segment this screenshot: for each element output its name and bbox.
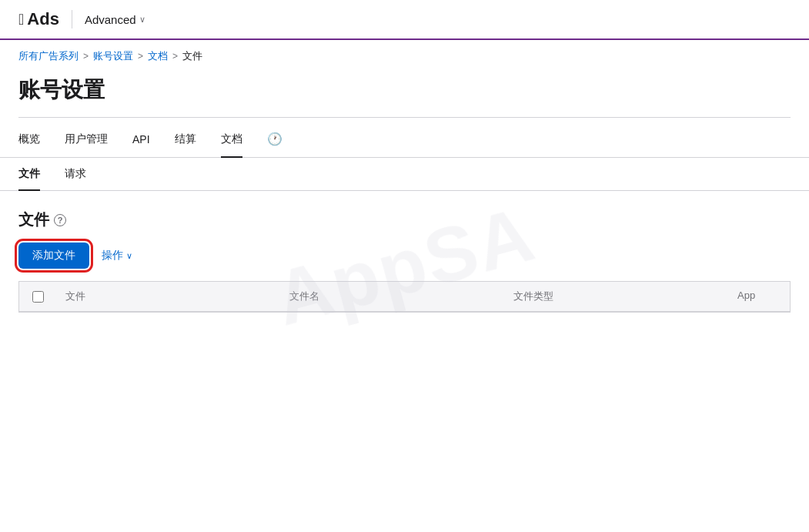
help-icon[interactable]: ? [54, 214, 66, 226]
clock-icon: 🕐 [267, 132, 282, 146]
actions-chevron-icon: ∨ [126, 251, 132, 261]
tab-overview[interactable]: 概览 [18, 122, 40, 157]
section-title: 文件 [18, 209, 49, 230]
title-divider [18, 117, 791, 118]
table-header-file: 文件 [56, 282, 280, 311]
breadcrumb-item-account-settings[interactable]: 账号设置 [93, 49, 133, 63]
table-header-checkbox [19, 282, 56, 311]
nav-divider [72, 10, 72, 28]
table-header-filetype: 文件类型 [504, 282, 728, 311]
files-table: 文件 文件名 文件类型 App [18, 281, 791, 313]
main-tabs: 概览 用户管理 API 结算 文档 🕐 [0, 121, 809, 158]
advanced-dropdown-button[interactable]: Advanced ∨ [85, 13, 145, 26]
breadcrumb-item-documents[interactable]: 文档 [148, 49, 168, 63]
toolbar: 添加文件 操作 ∨ [18, 243, 791, 269]
breadcrumb-separator: > [83, 51, 89, 62]
breadcrumb-item-campaigns[interactable]: 所有广告系列 [18, 49, 79, 63]
add-file-button[interactable]: 添加文件 [18, 243, 89, 269]
chevron-down-icon: ∨ [139, 15, 145, 25]
advanced-label: Advanced [85, 13, 136, 26]
tab-documents[interactable]: 文档 [221, 122, 242, 157]
table-header-app: App [728, 282, 790, 311]
tab-files[interactable]: 文件 [18, 158, 40, 190]
apple-logo-icon:  [18, 11, 24, 28]
tab-billing[interactable]: 结算 [175, 122, 196, 157]
breadcrumb: 所有广告系列 > 账号设置 > 文档 > 文件 [0, 40, 809, 69]
table-header-row: 文件 文件名 文件类型 App [19, 282, 790, 312]
content-area: 文件 ? 添加文件 操作 ∨ 文件 文件名 文件类型 App [0, 191, 809, 331]
select-all-checkbox[interactable] [32, 291, 44, 303]
tab-history-icon[interactable]: 🕐 [267, 121, 282, 157]
breadcrumb-separator-3: > [172, 51, 178, 62]
ads-brand-text: Ads [27, 9, 59, 29]
page-title: 账号设置 [0, 69, 809, 117]
breadcrumb-item-files: 文件 [182, 49, 202, 63]
table-header-filename: 文件名 [280, 282, 504, 311]
sub-tabs: 文件 请求 [0, 158, 809, 191]
section-header: 文件 ? [18, 209, 791, 230]
tab-requests[interactable]: 请求 [65, 158, 86, 190]
actions-dropdown-button[interactable]: 操作 ∨ [102, 249, 132, 263]
top-nav:  Ads Advanced ∨ [0, 0, 809, 40]
breadcrumb-separator-2: > [138, 51, 143, 62]
actions-label: 操作 [102, 249, 123, 263]
tab-user-management[interactable]: 用户管理 [65, 122, 108, 157]
tab-api[interactable]: API [132, 122, 150, 156]
